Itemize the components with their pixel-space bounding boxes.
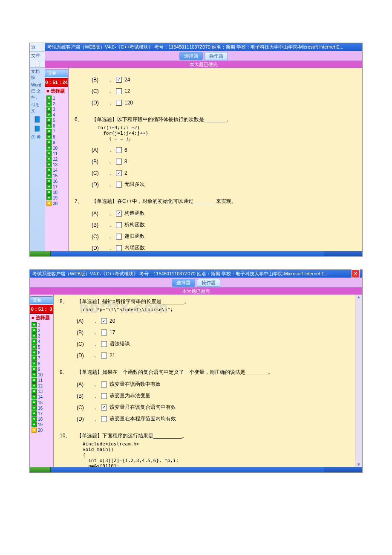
windows-taskbar-2[interactable] — [30, 467, 362, 472]
nav2-q4[interactable]: 4 — [30, 339, 53, 344]
nav2-q17[interactable]: 17 — [30, 411, 53, 416]
word-back[interactable]: 返 — [30, 43, 45, 52]
tab-operation[interactable]: 操作题 — [205, 52, 228, 60]
question-7: 7、 【单选题】在C++中，对象的初始化可以通过________来实现。 (A)… — [75, 198, 356, 252]
q6-title: 【单选题】以下程序段中的循环体被执行的次数是________。 — [92, 116, 356, 123]
nav2-q7[interactable]: 7 — [30, 356, 53, 361]
doc-recovery-title: 文档恢 — [30, 68, 45, 81]
q9-opt-B[interactable]: (B)、该变量为非法变量 — [77, 390, 349, 402]
nav-q14[interactable]: 14 — [45, 168, 68, 173]
nav-q12[interactable]: 12 — [45, 156, 68, 162]
nav-q8[interactable]: 8 — [45, 134, 68, 139]
q8-opt-C[interactable]: (C)、语法错误 — [77, 338, 349, 350]
exam-body-2: 交卷 0：51： 3 选择题 1 2 3 4 5 6 7 8 9 10 11 1… — [30, 295, 362, 467]
word-sidebar: 返 文件 📄 文档恢 Word 已 文件。 可用文 📘 📘 ⑦ 希 — [30, 43, 45, 256]
nav-q13[interactable]: 13 — [45, 162, 68, 167]
submit-button[interactable]: 交卷 — [45, 69, 68, 77]
q5-opt-C[interactable]: (C)、12 — [92, 85, 356, 97]
nav-q9[interactable]: 9 — [45, 140, 68, 145]
windows-taskbar-1[interactable] — [30, 251, 362, 256]
nav2-q16[interactable]: 16 — [30, 405, 53, 410]
nav2-q14[interactable]: 14 — [30, 394, 53, 399]
q5-opt-B[interactable]: (B)、24 — [92, 74, 356, 85]
q8-opt-D[interactable]: (D)、21 — [77, 350, 349, 361]
system-tray-1[interactable] — [324, 251, 362, 256]
q10-title: 【单选题】下面程序的运行结果是__________。 — [77, 432, 349, 439]
q8-opt-B[interactable]: (B)、17 — [77, 327, 349, 338]
nav-q17[interactable]: 17 — [45, 184, 68, 189]
nav2-q6[interactable]: 6 — [30, 350, 53, 355]
nav-q11[interactable]: 11 — [45, 151, 68, 156]
q9-number: 9、 — [60, 369, 77, 425]
nav-q16[interactable]: 16 — [45, 179, 68, 184]
nav2-q18[interactable]: 18 — [30, 416, 53, 422]
q9-opt-A[interactable]: (A)、该变量在该函数中有效 — [77, 379, 349, 390]
q7-number: 7、 — [75, 198, 92, 252]
q6-opt-D[interactable]: (D)、无限多次 — [92, 179, 356, 190]
system-tray-2[interactable] — [324, 467, 362, 472]
q5-opt-D[interactable]: (D)、120 — [92, 97, 356, 108]
q9-opt-C[interactable]: (C)、该变量只在该复合语句中有效 — [77, 402, 349, 413]
nav2-q1[interactable]: 1 — [30, 322, 53, 327]
start-button-1[interactable] — [30, 251, 51, 256]
vertical-scrollbar[interactable]: ▲ ▼ — [355, 295, 362, 467]
word-file-menu[interactable]: 文件 — [30, 52, 45, 60]
nav2-q10[interactable]: 10 — [30, 372, 53, 377]
q6-code2: for(j=1;j<4;j++) — [98, 130, 356, 136]
nav-q19[interactable]: 19 — [45, 195, 68, 200]
close-icon[interactable]: X — [352, 269, 360, 278]
nav2-q9[interactable]: 9 — [30, 367, 53, 372]
scroll-up-icon[interactable]: ▲ — [355, 295, 362, 299]
word-doc-icon2[interactable]: 📘 — [30, 124, 45, 133]
ie-titlebar-1[interactable]: 考试系统客户端（WEB版）V4.0-《C++考试模块》 考号：115450111… — [45, 43, 362, 51]
q9-opt-D[interactable]: (D)、该变量在本程序范围内均有效 — [77, 413, 349, 425]
q8-title: 【单选题】指针p所指字符串的长度是________。 — [77, 298, 349, 305]
scroll-down-icon[interactable]: ▼ — [355, 462, 362, 467]
q7-opt-A[interactable]: (A)、构造函数 — [92, 208, 356, 219]
nav2-q12[interactable]: 12 — [30, 383, 53, 388]
nav2-q15[interactable]: 15 — [30, 400, 53, 405]
q6-opt-A[interactable]: (A)、6 — [92, 144, 356, 156]
nav-q1[interactable]: 1 — [45, 95, 68, 101]
nav2-q13[interactable]: 13 — [30, 389, 53, 394]
q6-opt-B[interactable]: (B)、8 — [92, 156, 356, 167]
tab-choice-2[interactable]: 选择题 — [172, 279, 195, 287]
start-button-2[interactable] — [30, 467, 51, 472]
q8-opt-A[interactable]: (A)、20 — [77, 315, 349, 327]
q7-opt-B[interactable]: (B)、析构函数 — [92, 219, 356, 231]
nav2-q8[interactable]: 8 — [30, 361, 53, 366]
submit-button-2[interactable]: 交卷 — [30, 296, 53, 304]
word-new-icon[interactable]: 📄 — [30, 60, 45, 68]
avail-text: 可用文 — [30, 101, 45, 115]
nav-q20[interactable]: 20 — [45, 201, 68, 206]
tab-choice[interactable]: 选择题 — [179, 52, 203, 60]
countdown-timer-1: 0：51：24 — [45, 78, 68, 87]
nav-q18[interactable]: 18 — [45, 190, 68, 195]
nav-q3[interactable]: 3 — [45, 107, 68, 112]
question-area-1: (B)、24 (C)、12 (D)、120 6、 【单选题】以下程序段中的循环体… — [69, 68, 362, 252]
nav-q7[interactable]: 7 — [45, 129, 68, 134]
ie-title-text-2: 考试系统客户端（WEB版）V4.0-《C++考试模块》 考号：115450111… — [32, 270, 329, 278]
nav2-q19[interactable]: 19 — [30, 422, 53, 427]
q6-opt-C[interactable]: (C)、2 — [92, 167, 356, 179]
done-banner-2: 本大题已做完 — [30, 288, 362, 295]
word-doc-icon[interactable]: 📘 — [30, 115, 45, 124]
word-help-icon[interactable]: ⑦ 希 — [30, 133, 45, 141]
q7-opt-C[interactable]: (C)、递归函数 — [92, 231, 356, 242]
ie-titlebar-2[interactable]: 考试系统客户端（WEB版）V4.0-《C++考试模块》 考号：115450111… — [30, 270, 362, 278]
nav-q6[interactable]: 6 — [45, 123, 68, 128]
nav-q2[interactable]: 2 — [45, 101, 68, 106]
q10-code0: #include<iostream.h> — [83, 441, 349, 447]
nav2-q5[interactable]: 5 — [30, 344, 53, 350]
nav-q4[interactable]: 4 — [45, 112, 68, 117]
q7-opt-D[interactable]: (D)、内联函数 — [92, 242, 356, 252]
nav2-q2[interactable]: 2 — [30, 328, 53, 333]
nav2-q20[interactable]: 20 — [30, 428, 53, 433]
nav-q5[interactable]: 5 — [45, 118, 68, 123]
nav-q15[interactable]: 15 — [45, 173, 68, 178]
nav2-q11[interactable]: 11 — [30, 378, 53, 383]
question-area-2: hb***x.com 8、 【单选题】指针p所指字符串的长度是________。… — [54, 295, 355, 467]
nav-q10[interactable]: 10 — [45, 145, 68, 150]
nav2-q3[interactable]: 3 — [30, 333, 53, 338]
tab-operation-2[interactable]: 操作题 — [197, 279, 220, 287]
